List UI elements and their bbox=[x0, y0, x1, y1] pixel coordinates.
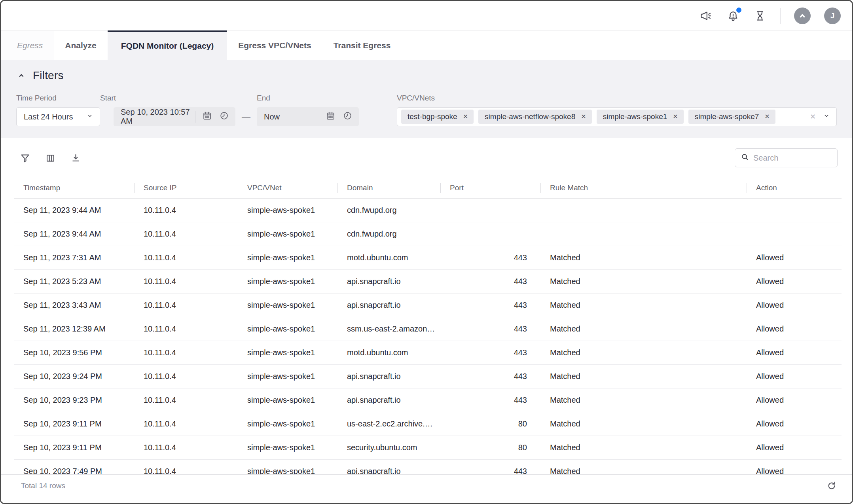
cell-action: Allowed bbox=[747, 364, 842, 388]
remove-chip-icon[interactable]: ✕ bbox=[463, 114, 468, 120]
clock-icon[interactable] bbox=[219, 111, 229, 123]
table-row[interactable]: Sep 10, 2023 9:11 PM 10.11.0.4 simple-aw… bbox=[14, 412, 842, 436]
column-header-vpc-vnet[interactable]: VPC/VNet bbox=[238, 178, 337, 198]
download-icon[interactable] bbox=[68, 151, 83, 165]
cell-port: 443 bbox=[440, 341, 540, 364]
vpc-chip: simple-aws-spoke1 ✕ bbox=[597, 110, 684, 124]
collapse-filters-icon[interactable] bbox=[16, 70, 27, 81]
cell-timestamp: Sep 11, 2023 9:44 AM bbox=[14, 222, 134, 246]
search-icon bbox=[741, 153, 749, 163]
vpc-vnets-multiselect[interactable]: test-bgp-spoke ✕ simple-aws-netflow-spok… bbox=[397, 107, 837, 126]
cell-source-ip: 10.11.0.4 bbox=[134, 388, 238, 412]
cell-source-ip: 10.11.0.4 bbox=[134, 317, 238, 341]
clear-all-icon[interactable]: ✕ bbox=[810, 112, 816, 121]
filter-icon[interactable] bbox=[18, 151, 32, 165]
tab-analyze[interactable]: Analyze bbox=[54, 31, 107, 60]
column-header-rule-match[interactable]: Rule Match bbox=[540, 178, 747, 198]
cell-domain: cdn.fwupd.org bbox=[337, 198, 440, 222]
logo-avatar[interactable] bbox=[794, 8, 811, 24]
chevron-down-icon[interactable] bbox=[822, 112, 831, 122]
cell-source-ip: 10.11.0.4 bbox=[134, 269, 238, 293]
hourglass-icon[interactable] bbox=[753, 9, 767, 23]
table-row[interactable]: Sep 10, 2023 9:11 PM 10.11.0.4 simple-aw… bbox=[14, 436, 842, 459]
cell-action bbox=[747, 222, 842, 246]
column-header-source-ip[interactable]: Source IP bbox=[134, 178, 238, 198]
cell-rule-match: Matched bbox=[540, 412, 747, 436]
fqdn-events-table: Timestamp Source IP VPC/VNet Domain Port… bbox=[14, 178, 842, 474]
cell-timestamp: Sep 10, 2023 7:49 PM bbox=[14, 459, 134, 474]
cell-action: Allowed bbox=[747, 317, 842, 341]
user-avatar[interactable]: J bbox=[824, 8, 841, 24]
start-input[interactable]: Sep 10, 2023 10:57 AM bbox=[114, 107, 235, 126]
column-header-action[interactable]: Action bbox=[747, 178, 842, 198]
vpc-vnets-label: VPC/VNets bbox=[397, 94, 837, 102]
cell-timestamp: Sep 11, 2023 3:43 AM bbox=[14, 293, 134, 317]
table-row[interactable]: Sep 10, 2023 9:56 PM 10.11.0.4 simple-aw… bbox=[14, 341, 842, 364]
table-row[interactable]: Sep 10, 2023 9:24 PM 10.11.0.4 simple-aw… bbox=[14, 364, 842, 388]
time-period-select[interactable]: Last 24 Hours bbox=[16, 107, 100, 126]
cell-port: 443 bbox=[440, 388, 540, 412]
cell-rule-match: Matched bbox=[540, 293, 747, 317]
cell-vpc-vnet: simple-aws-spoke1 bbox=[238, 222, 337, 246]
cell-rule-match: Matched bbox=[540, 246, 747, 269]
vpc-chip: simple-aws-spoke7 ✕ bbox=[688, 110, 775, 124]
calendar-icon[interactable] bbox=[202, 111, 212, 123]
tab-egress-vpc-vnets[interactable]: Egress VPC/VNets bbox=[227, 31, 322, 60]
column-header-port[interactable]: Port bbox=[440, 178, 540, 198]
cell-source-ip: 10.11.0.4 bbox=[134, 436, 238, 459]
megaphone-icon[interactable] bbox=[699, 9, 713, 23]
cell-domain: api.snapcraft.io bbox=[337, 293, 440, 317]
vpc-chip: simple-aws-netflow-spoke8 ✕ bbox=[478, 110, 592, 124]
table-row[interactable]: Sep 11, 2023 3:43 AM 10.11.0.4 simple-aw… bbox=[14, 293, 842, 317]
cell-vpc-vnet: simple-aws-spoke1 bbox=[238, 317, 337, 341]
table-row[interactable]: Sep 11, 2023 5:23 AM 10.11.0.4 simple-aw… bbox=[14, 269, 842, 293]
end-field: End Now bbox=[257, 94, 359, 126]
remove-chip-icon[interactable]: ✕ bbox=[581, 114, 586, 120]
cell-port bbox=[440, 198, 540, 222]
column-header-timestamp[interactable]: Timestamp bbox=[14, 178, 134, 198]
columns-icon[interactable] bbox=[43, 151, 57, 165]
table-row[interactable]: Sep 11, 2023 9:44 AM 10.11.0.4 simple-aw… bbox=[14, 222, 842, 246]
remove-chip-icon[interactable]: ✕ bbox=[673, 114, 678, 120]
cell-vpc-vnet: simple-aws-spoke1 bbox=[238, 341, 337, 364]
cell-domain: motd.ubuntu.com bbox=[337, 341, 440, 364]
cell-action: Allowed bbox=[747, 436, 842, 459]
topbar-divider bbox=[780, 8, 781, 24]
range-separator: — bbox=[242, 107, 250, 126]
table-row[interactable]: Sep 11, 2023 12:39 AM 10.11.0.4 simple-a… bbox=[14, 317, 842, 341]
clock-icon[interactable] bbox=[343, 111, 353, 123]
cell-vpc-vnet: simple-aws-spoke1 bbox=[238, 436, 337, 459]
table-row[interactable]: Sep 11, 2023 9:44 AM 10.11.0.4 simple-aw… bbox=[14, 198, 842, 222]
cell-action: Allowed bbox=[747, 388, 842, 412]
cell-timestamp: Sep 10, 2023 9:11 PM bbox=[14, 412, 134, 436]
cell-timestamp: Sep 11, 2023 9:44 AM bbox=[14, 198, 134, 222]
cell-vpc-vnet: simple-aws-spoke1 bbox=[238, 269, 337, 293]
calendar-icon[interactable] bbox=[326, 111, 336, 123]
refresh-icon[interactable] bbox=[825, 479, 838, 493]
table-row[interactable]: Sep 11, 2023 7:31 AM 10.11.0.4 simple-aw… bbox=[14, 246, 842, 269]
cell-vpc-vnet: simple-aws-spoke1 bbox=[238, 198, 337, 222]
remove-chip-icon[interactable]: ✕ bbox=[764, 114, 770, 120]
start-value: Sep 10, 2023 10:57 AM bbox=[121, 108, 195, 126]
cell-port: 443 bbox=[440, 317, 540, 341]
cell-domain: us-east-2.ec2.archive.… bbox=[337, 412, 440, 436]
notifications-bell-icon[interactable] bbox=[726, 9, 740, 23]
table-row[interactable]: Sep 10, 2023 9:23 PM 10.11.0.4 simple-aw… bbox=[14, 388, 842, 412]
end-input[interactable]: Now bbox=[257, 107, 359, 126]
cell-domain: api.snapcraft.io bbox=[337, 269, 440, 293]
table-row[interactable]: Sep 10, 2023 7:49 PM 10.11.0.4 simple-aw… bbox=[14, 459, 842, 474]
tab-fqdn-monitor-legacy[interactable]: FQDN Monitor (Legacy) bbox=[108, 30, 227, 60]
time-period-label: Time Period bbox=[16, 94, 100, 102]
start-label: Start bbox=[100, 94, 235, 102]
vpc-chip-label: test-bgp-spoke bbox=[408, 112, 457, 121]
cell-timestamp: Sep 11, 2023 5:23 AM bbox=[14, 269, 134, 293]
tab-bar: Egress Analyze FQDN Monitor (Legacy) Egr… bbox=[1, 30, 852, 60]
filters-title: Filters bbox=[33, 69, 64, 82]
vpc-chip-label: simple-aws-spoke1 bbox=[603, 112, 667, 121]
search-input[interactable] bbox=[753, 153, 853, 163]
bottom-strip bbox=[1, 497, 852, 503]
cell-timestamp: Sep 10, 2023 9:24 PM bbox=[14, 364, 134, 388]
tab-transit-egress[interactable]: Transit Egress bbox=[322, 31, 402, 60]
table-viewport: Timestamp Source IP VPC/VNet Domain Port… bbox=[1, 178, 852, 474]
column-header-domain[interactable]: Domain bbox=[337, 178, 440, 198]
